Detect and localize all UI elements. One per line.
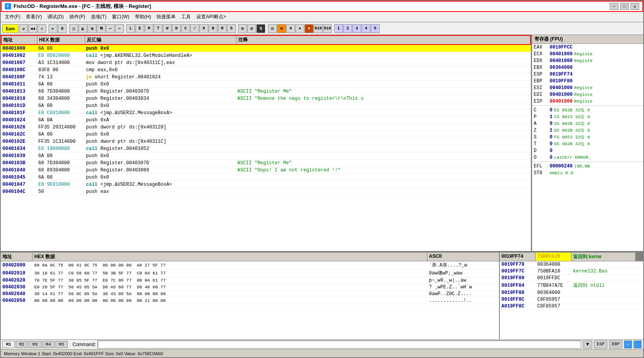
tb-n5[interactable]: 5 xyxy=(371,24,380,33)
mem-row[interactable]: 00402030 E0 20 5F 77 50 45 05 5A D0 A5 6… xyxy=(1,284,499,291)
disasm-row[interactable]: 0040101F E8 C6010000 call <jmp.&USER32.M… xyxy=(1,109,531,117)
tb-S[interactable]: S xyxy=(227,24,236,33)
ebp-button[interactable]: EBP xyxy=(609,340,622,348)
cmd-tab-m2[interactable]: M2 xyxy=(16,341,28,348)
disasm-row[interactable]: 00401018 68 34304000 push Register.00403… xyxy=(1,95,531,102)
disasm-row[interactable]: 00401034 E8 19000000 call Register.00401… xyxy=(1,145,531,152)
disasm-row[interactable]: 0040104C 50 push eax xyxy=(1,188,531,195)
disasm-row[interactable]: 00401011 6A 00 push 0x0 xyxy=(1,81,531,88)
cmd-tab-m1[interactable]: M1 xyxy=(2,341,15,348)
stack-row[interactable]: 0019FF84 77B847A7E 返回到 ntdll xyxy=(500,282,643,290)
command-dropdown[interactable]: ▼ xyxy=(583,340,592,348)
disasm-row[interactable]: 00401039 6A 00 push 0x0 xyxy=(1,152,531,160)
tb-back[interactable]: ◀◀ xyxy=(28,24,37,33)
tb-btn1[interactable]: ◫ xyxy=(69,24,78,33)
close-button[interactable]: ✕ xyxy=(630,3,639,10)
mem-row[interactable]: 00402010 30 18 61 77 C0 50 60 77 50 3B 5… xyxy=(1,269,499,277)
mem-row[interactable]: 00402020 70 7E 5F 77 30 85 5F 77 E0 7C 8… xyxy=(1,277,499,284)
tb-stop[interactable]: ✕ xyxy=(37,24,46,33)
esp-button[interactable]: ESP xyxy=(594,340,607,348)
tb-grid1[interactable]: ⊞ xyxy=(238,24,247,33)
tb-n2[interactable]: 2 xyxy=(343,24,352,33)
tb-grid2[interactable]: ⊞ xyxy=(247,24,256,33)
memory-body[interactable]: 00402000 60 0A 8C 75 00 41 8C 75 00 00 0… xyxy=(1,261,499,339)
disasm-row[interactable]: 00401026 FF35 20314000 push dword ptr ds… xyxy=(1,124,531,131)
tb-K[interactable]: K xyxy=(200,24,208,33)
disasm-row[interactable]: 00401013 68 7D304000 push Register.00403… xyxy=(1,88,531,95)
tb-extra5[interactable]: ● xyxy=(305,24,313,33)
tb-H[interactable]: H xyxy=(172,24,181,33)
restore-button[interactable]: □ xyxy=(620,3,629,10)
disasm-row[interactable]: 0040100F 74 13 je short Register.0040102… xyxy=(1,74,531,81)
reg-efl: EFL 00000246 (NO,NB xyxy=(532,163,643,169)
disasm-row[interactable]: 0040102E FF35 1C314000 push dword ptr ds… xyxy=(1,138,531,145)
stack-row[interactable]: 0019FF78 00364000 xyxy=(500,261,643,268)
cell-comment xyxy=(236,77,531,78)
disasm-row[interactable]: 00401002 E8 0D020000 call <jmp.&KERNEL32… xyxy=(1,52,531,59)
tb-L[interactable]: L xyxy=(126,24,135,33)
cmd-tab-m3[interactable]: M3 xyxy=(29,341,41,348)
disasm-row[interactable]: 00401045 6A 00 push 0x0 xyxy=(1,174,531,181)
tb-slash[interactable]: / xyxy=(190,24,199,33)
command-input[interactable] xyxy=(98,340,581,348)
tb-extra4[interactable]: ● xyxy=(296,24,304,33)
tb-extra3[interactable]: A xyxy=(286,24,295,33)
mem-row[interactable]: 00402000 60 0A 8C 75 00 41 8C 75 00 00 0… xyxy=(1,261,499,269)
tb-n1[interactable]: 1 xyxy=(334,24,343,33)
tb-pause[interactable]: ⏸ xyxy=(58,24,67,33)
menu-options[interactable]: 选项(T) xyxy=(88,13,109,21)
stack-row[interactable]: 0019FF88 00364000 xyxy=(500,290,643,296)
tb-E[interactable]: E xyxy=(135,24,144,33)
tb-run[interactable]: ▶ xyxy=(49,24,57,33)
disasm-row[interactable]: 0040102C 6A 00 push 0x0 xyxy=(1,131,531,138)
tb-C[interactable]: C xyxy=(181,24,190,33)
menu-window[interactable]: 窗口(W) xyxy=(110,13,131,21)
mem-row[interactable]: 00402040 30 14 61 77 50 9C 05 5A 30 43 0… xyxy=(1,291,499,298)
menu-plugin[interactable]: 插件(P) xyxy=(67,13,88,21)
disasm-row[interactable]: 00401040 68 89304000 push Register.00403… xyxy=(1,167,531,174)
tb-btn4[interactable]: ⧉ xyxy=(97,24,106,33)
tb-restart[interactable]: ↺ xyxy=(19,24,28,33)
tb-extra1[interactable]: ⊡ xyxy=(268,24,277,33)
stack-row[interactable]: A019FF8C C8F85957 xyxy=(500,303,643,310)
tb-T[interactable]: T xyxy=(154,24,162,33)
tb-n3[interactable]: 3 xyxy=(352,24,361,33)
tb-btn2[interactable]: ⬕ xyxy=(78,24,87,33)
menu-shortcuts[interactable]: 快捷菜单 xyxy=(154,13,178,21)
disasm-row[interactable]: 0040103B 68 7D304000 push Register.00403… xyxy=(1,160,531,167)
tb-btn6[interactable]: ⬅ xyxy=(115,24,124,33)
cmd-tab-m4[interactable]: M4 xyxy=(42,341,55,348)
tb-extra2[interactable]: ⭘ xyxy=(277,24,286,33)
stack-body[interactable]: 0019FF78 00364000 0019FF7C 758BFA10 kern… xyxy=(500,261,643,339)
disasm-row[interactable]: 00401024 6A 0A push 0xA xyxy=(1,117,531,124)
tb-M[interactable]: M xyxy=(145,24,153,33)
menu-file[interactable]: 文件(F) xyxy=(2,13,23,21)
cmd-tab-m5[interactable]: M5 xyxy=(55,341,68,348)
menu-api[interactable]: 设置API断点> xyxy=(194,13,228,21)
menu-tools[interactable]: 工具 xyxy=(179,13,193,21)
tb-n4[interactable]: 4 xyxy=(362,24,370,33)
menu-help[interactable]: 帮助(H) xyxy=(133,13,154,21)
tb-q[interactable]: Q xyxy=(256,24,265,33)
minimize-button[interactable]: ─ xyxy=(610,3,619,10)
tb-extra7[interactable]: 010 xyxy=(323,24,332,33)
menu-view[interactable]: 查看(V) xyxy=(23,13,44,21)
tb-btn3[interactable]: ⬔ xyxy=(88,24,96,33)
toolbar-eam[interactable]: Eam xyxy=(2,24,18,33)
disasm-row[interactable]: 00401007 A3 1C314000 mov dword ptr ds:[0… xyxy=(1,59,531,66)
disasm-row[interactable]: 0040100C 83F8 00 cmp eax,0x0 xyxy=(1,66,531,74)
tb-btn5[interactable]: ➡ xyxy=(106,24,115,33)
disasm-row[interactable]: 00401047 E8 9E010000 call <jmp.&USER32.M… xyxy=(1,181,531,188)
disasm-row[interactable]: 0040101D 6A 00 push 0x0 xyxy=(1,102,531,109)
tb-B[interactable]: B xyxy=(209,24,217,33)
tb-W[interactable]: W xyxy=(163,24,172,33)
disasm-row[interactable]: 00401000 6A 00 push 0x0 xyxy=(1,45,531,52)
mem-row[interactable]: 00402050 00 00 00 00 00 00 00 00 00 00 0… xyxy=(1,298,499,304)
stack-row[interactable]: 0019FF80 0019FFDC xyxy=(500,275,643,282)
stack-row[interactable]: 0019FF8C C8F85957 xyxy=(500,296,643,303)
menu-debug[interactable]: 调试(D) xyxy=(45,13,66,21)
disasm-body[interactable]: 00401000 6A 00 push 0x0 00401002 E8 0D02… xyxy=(1,45,531,251)
stack-row[interactable]: 0019FF7C 758BFA10 kerne132.Bas xyxy=(500,268,643,275)
tb-R[interactable]: R xyxy=(218,24,227,33)
tb-extra6[interactable]: 010 xyxy=(314,24,323,33)
